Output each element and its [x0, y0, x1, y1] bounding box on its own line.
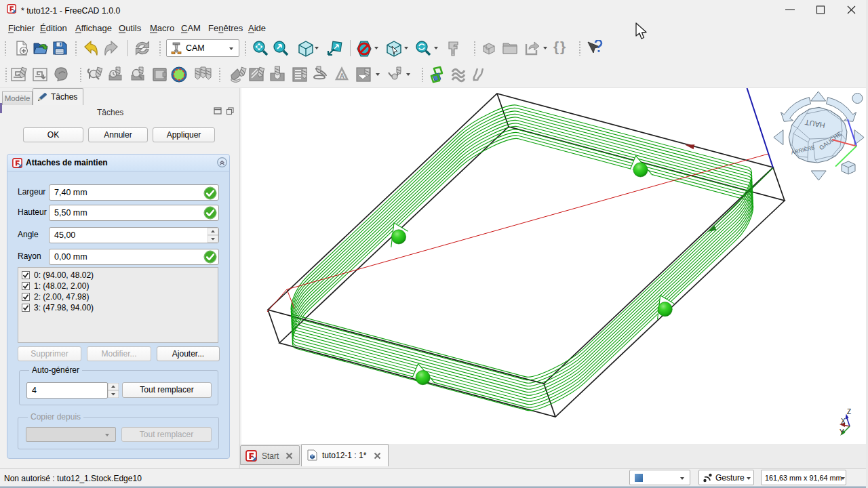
svg-text:X: X	[841, 418, 846, 425]
svg-text:Y: Y	[840, 428, 844, 436]
svg-text:A: A	[340, 73, 344, 80]
svg-text:Z: Z	[847, 408, 851, 415]
